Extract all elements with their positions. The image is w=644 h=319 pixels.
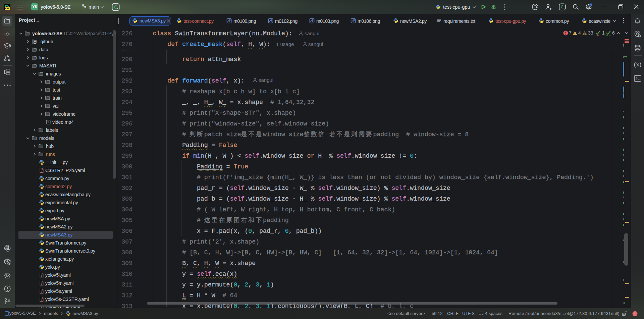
svg-text:?: ? [48, 120, 49, 124]
